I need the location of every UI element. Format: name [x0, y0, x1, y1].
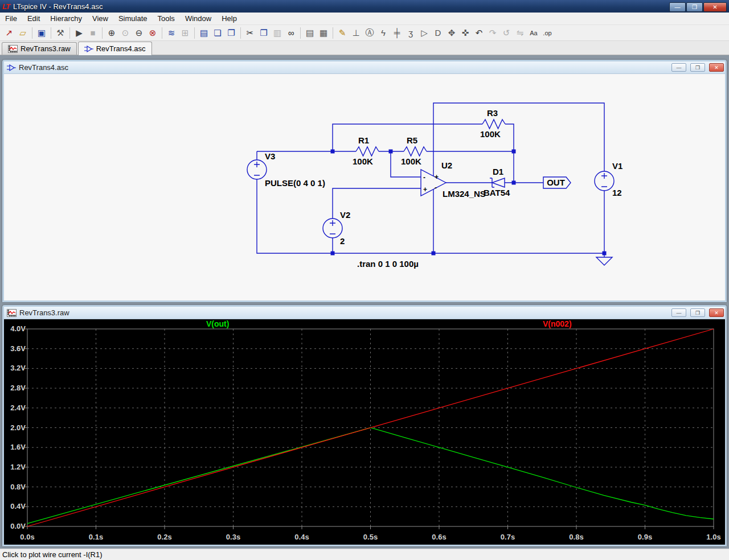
x-axis-tick-label[interactable]: 0.2s — [157, 533, 171, 541]
v2-value[interactable]: 2 — [340, 236, 345, 246]
schematic-close-button[interactable]: ✕ — [709, 63, 724, 72]
tab-revtrans4-asc[interactable]: RevTrans4.asc — [78, 42, 152, 55]
legend-V(n002)[interactable]: V(n002) — [543, 319, 572, 328]
spice-directive-text[interactable]: .tran 0 1 0 100µ — [357, 259, 419, 269]
r5-ref[interactable]: R5 — [407, 135, 417, 145]
zoom-full-extents-icon[interactable]: ⊗ — [146, 26, 159, 40]
legend-V(out)[interactable]: V(out) — [206, 319, 229, 328]
control-panel-icon[interactable]: ⚒ — [54, 26, 67, 40]
restore-button[interactable]: ❐ — [686, 2, 703, 12]
x-axis-tick-label[interactable]: 0.4s — [294, 533, 309, 541]
save-icon[interactable]: ▣ — [35, 26, 48, 40]
x-axis-tick-label[interactable]: 0.0s — [20, 533, 34, 541]
menu-help[interactable]: Help — [216, 13, 242, 24]
v3-ref[interactable]: V3 — [265, 151, 275, 161]
y-axis-tick-label[interactable]: 1.6V — [10, 443, 26, 451]
run-icon[interactable]: ▶ — [72, 26, 86, 40]
menu-hierarchy[interactable]: Hierarchy — [45, 13, 87, 24]
schematic-maximize-button[interactable]: ❐ — [690, 63, 705, 72]
place-diode-icon[interactable]: ▷ — [417, 26, 431, 40]
u2-value[interactable]: LM324_NS — [443, 189, 486, 199]
tile-horizontally-icon[interactable]: ▤ — [197, 26, 211, 40]
cascade-windows-icon[interactable]: ❐ — [224, 26, 238, 40]
place-inductor-icon[interactable]: ʒ — [404, 26, 417, 40]
autorange-y-axis-icon[interactable]: ≋ — [165, 26, 178, 40]
place-component-icon[interactable]: D — [431, 26, 445, 40]
find-icon[interactable]: ∞ — [284, 26, 298, 40]
menu-file[interactable]: File — [0, 13, 22, 24]
tab-revtrans3-raw[interactable]: RevTrans3.raw — [2, 42, 77, 55]
y-axis-tick-label[interactable]: 3.2V — [10, 364, 26, 372]
x-axis-tick-label[interactable]: 0.6s — [432, 533, 446, 541]
plot-axis-labels[interactable]: 0.0s0.1s0.2s0.3s0.4s0.5s0.6s0.7s0.8s0.9s… — [10, 324, 720, 541]
x-axis-tick-label[interactable]: 0.9s — [638, 533, 652, 541]
new-schematic-icon[interactable]: ↗ — [2, 26, 16, 40]
menu-view[interactable]: View — [87, 13, 113, 24]
r3-value[interactable]: 100K — [480, 129, 501, 139]
x-axis-tick-label[interactable]: 1.0s — [706, 533, 720, 541]
mirror-icon: ⇋ — [513, 26, 527, 40]
y-axis-tick-label[interactable]: 2.0V — [10, 423, 26, 432]
menu-window[interactable]: Window — [180, 13, 216, 24]
place-ground-icon[interactable]: ⊥ — [349, 26, 363, 40]
menu-simulate[interactable]: Simulate — [113, 13, 153, 24]
x-axis-tick-label[interactable]: 0.5s — [363, 533, 378, 541]
y-axis-tick-label[interactable]: 4.0V — [10, 324, 26, 333]
r1-value[interactable]: 100K — [353, 157, 373, 166]
undo-icon[interactable]: ↶ — [472, 26, 486, 40]
print-icon[interactable]: ▦ — [317, 26, 330, 40]
y-axis-tick-label[interactable]: 0.4V — [10, 502, 26, 510]
y-axis-tick-label[interactable]: 1.2V — [10, 463, 26, 471]
net-label-icon[interactable]: Ⓐ — [363, 26, 376, 40]
menu-tools[interactable]: Tools — [153, 13, 180, 24]
r1-ref[interactable]: R1 — [358, 135, 369, 145]
open-file-icon[interactable]: ▱ — [16, 26, 30, 40]
v2-ref[interactable]: V2 — [340, 210, 350, 220]
place-capacitor-icon[interactable]: ╪ — [390, 26, 404, 40]
zoom-out-icon[interactable]: ⊖ — [132, 26, 146, 40]
tile-vertically-icon[interactable]: ❏ — [211, 26, 224, 40]
out-port-label[interactable]: OUT — [547, 178, 565, 187]
draw-wire-icon[interactable]: ✎ — [335, 26, 349, 40]
x-axis-tick-label[interactable]: 0.8s — [569, 533, 583, 541]
print-preview-icon[interactable]: ▤ — [303, 26, 317, 40]
schematic-window-titlebar[interactable]: RevTrans4.asc — ❐ ✕ — [4, 61, 725, 74]
minimize-button[interactable]: — — [669, 2, 686, 12]
menu-edit[interactable]: Edit — [22, 13, 45, 24]
place-resistor-icon[interactable]: ϟ — [376, 26, 390, 40]
v3-value[interactable]: PULSE(0 4 0 1) — [265, 178, 325, 188]
y-axis-tick-label[interactable]: 2.8V — [10, 384, 26, 392]
waveform-close-button[interactable]: ✕ — [709, 308, 724, 317]
y-axis-tick-label[interactable]: 0.8V — [10, 483, 26, 491]
x-axis-tick-label[interactable]: 0.1s — [89, 533, 103, 541]
r3-ref[interactable]: R3 — [487, 108, 498, 118]
y-axis-tick-label[interactable]: 0.0V — [10, 522, 26, 530]
drag-icon[interactable]: ✜ — [458, 26, 472, 40]
schematic-minimize-button[interactable]: — — [671, 63, 686, 72]
v1-value[interactable]: 12 — [612, 188, 622, 197]
waveform-maximize-button[interactable]: ❐ — [690, 308, 705, 317]
move-icon[interactable]: ✥ — [445, 26, 458, 40]
waveform-window-titlebar[interactable]: RevTrans3.raw — ❐ ✕ — [4, 307, 725, 319]
close-button[interactable]: ✕ — [703, 2, 727, 12]
d1-ref[interactable]: D1 — [493, 167, 503, 176]
y-axis-tick-label[interactable]: 3.6V — [10, 344, 26, 353]
schematic-canvas[interactable]: OUT V3 PULSE(0 4 0 1) R1 100K R5 100K R3… — [4, 74, 725, 300]
copy-icon[interactable]: ❐ — [257, 26, 271, 40]
v1-ref[interactable]: V1 — [612, 161, 622, 171]
zoom-in-icon[interactable]: ⊕ — [105, 26, 118, 40]
spice-directive-icon[interactable]: .op — [540, 26, 554, 40]
cut-icon[interactable]: ✂ — [243, 26, 257, 40]
d1-value[interactable]: BAT54 — [484, 188, 510, 197]
add-text-icon[interactable]: Aa — [527, 26, 540, 40]
menubar: File Edit Hierarchy View Simulate Tools … — [0, 13, 729, 25]
waveform-plot-area[interactable]: 0.0s0.1s0.2s0.3s0.4s0.5s0.6s0.7s0.8s0.9s… — [4, 319, 725, 545]
toolbar-separator — [300, 27, 301, 39]
x-axis-tick-label[interactable]: 0.7s — [501, 533, 515, 541]
r5-value[interactable]: 100K — [401, 157, 421, 166]
waveform-file-icon — [8, 45, 18, 53]
x-axis-tick-label[interactable]: 0.3s — [226, 533, 240, 541]
waveform-minimize-button[interactable]: — — [671, 308, 686, 317]
y-axis-tick-label[interactable]: 2.4V — [10, 403, 26, 412]
u2-ref[interactable]: U2 — [441, 160, 452, 170]
